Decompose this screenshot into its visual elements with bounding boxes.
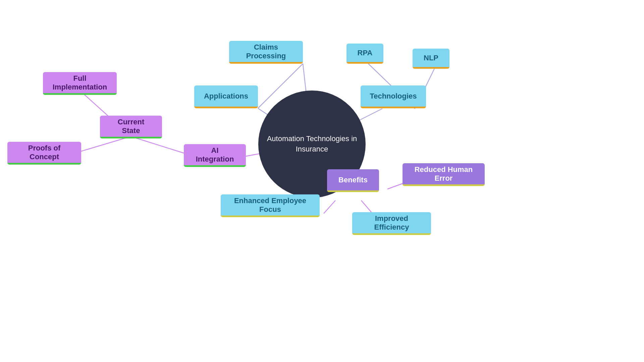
svg-line-12 <box>324 200 335 214</box>
reduced-human-error-node[interactable]: Reduced Human Error <box>402 163 485 186</box>
applications-node[interactable]: Applications <box>194 85 258 108</box>
proofs-of-concept-node[interactable]: Proofs of Concept <box>7 142 81 165</box>
current-state-node[interactable]: Current State <box>100 116 162 138</box>
benefits-node[interactable]: Benefits <box>327 169 379 192</box>
claims-processing-node[interactable]: Claims Processing <box>229 41 303 64</box>
technologies-node[interactable]: Technologies <box>361 85 426 108</box>
ai-integration-node[interactable]: AI Integration <box>184 144 246 167</box>
improved-efficiency-node[interactable]: Improved Efficiency <box>352 212 431 235</box>
nlp-node[interactable]: NLP <box>413 49 449 69</box>
full-implementation-node[interactable]: Full Implementation <box>43 72 117 95</box>
enhanced-employee-focus-node[interactable]: Enhanced Employee Focus <box>221 194 320 217</box>
rpa-node[interactable]: RPA <box>346 44 383 64</box>
